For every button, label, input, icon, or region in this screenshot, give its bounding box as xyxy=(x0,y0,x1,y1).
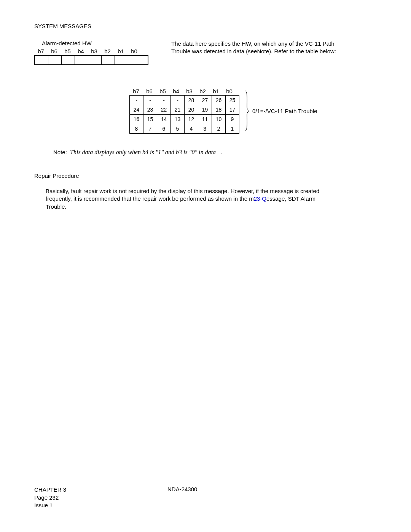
grid-cell: 19 xyxy=(198,105,212,115)
grid-bit-label: b0 xyxy=(223,88,236,95)
grid-cell: 13 xyxy=(171,115,185,124)
grid-cell: 5 xyxy=(171,124,185,134)
grid-cell: 28 xyxy=(185,96,198,105)
note-label: Note: xyxy=(53,149,67,155)
desc-line2c: ). Refer to the table below: xyxy=(269,48,336,54)
grid-cell: 1 xyxy=(226,124,239,134)
bit-label: b7 xyxy=(34,48,48,54)
bit-cell xyxy=(48,56,62,64)
brace-legend: 0/1=-/VC-11 Path Trouble xyxy=(244,90,317,132)
bit-cell xyxy=(128,56,142,64)
grid-cell: 27 xyxy=(198,96,212,105)
grid-bit-label: b1 xyxy=(209,88,223,95)
page: SYSTEM MESSAGES Alarm-detected HW b7 b6 … xyxy=(0,0,411,532)
grid-cell: 21 xyxy=(171,105,185,115)
bit-cell xyxy=(115,56,128,64)
grid-bit-label: b3 xyxy=(183,88,196,95)
grid-column: b7 b6 b5 b4 b3 b2 b1 b0 - - - - 28 27 26 xyxy=(129,88,239,134)
grid-cell: 12 xyxy=(185,115,198,124)
bit-label: b5 xyxy=(61,48,74,54)
grid-cell: 15 xyxy=(143,115,157,124)
footer-chapter: CHAPTER 3 xyxy=(34,486,167,494)
grid-cell: 22 xyxy=(157,105,171,115)
grid-cell: 8 xyxy=(130,124,143,134)
footer-page: Page 232 xyxy=(34,494,167,502)
bit-cells xyxy=(34,55,148,65)
table-row: 8 7 6 5 4 3 2 1 xyxy=(130,124,239,134)
alarm-block: Alarm-detected HW b7 b6 b5 b4 b3 b2 b1 b… xyxy=(34,40,148,65)
note-body-b: . xyxy=(221,149,222,155)
grid-cell: 24 xyxy=(130,105,143,115)
grid-cell: 16 xyxy=(130,115,143,124)
repair-line2a: frequently, it is recommended that the r… xyxy=(46,195,254,202)
grid-cell: 9 xyxy=(226,115,239,124)
bit-header-row: b7 b6 b5 b4 b3 b2 b1 b0 xyxy=(34,48,148,54)
grid-cell: 20 xyxy=(185,105,198,115)
grid-table: - - - - 28 27 26 25 24 23 22 21 20 19 18 xyxy=(129,95,239,134)
legend-text: 0/1=-/VC-11 Path Trouble xyxy=(252,108,317,114)
brace-icon xyxy=(244,90,250,132)
top-row: Alarm-detected HW b7 b6 b5 b4 b3 b2 b1 b… xyxy=(34,40,392,65)
grid-cell: 26 xyxy=(212,96,226,105)
desc-line2a: Trouble was detected in data (see xyxy=(171,48,257,54)
grid-cell: 10 xyxy=(212,115,226,124)
alarm-title: Alarm-detected HW xyxy=(42,40,148,46)
grid-bit-header: b7 b6 b5 b4 b3 b2 b1 b0 xyxy=(129,88,239,95)
grid-cell: 2 xyxy=(212,124,226,134)
bit-cell xyxy=(35,56,48,64)
repair-line2d: SDT Alarm xyxy=(288,195,315,202)
repair-line2b-link: 23-Q xyxy=(254,195,266,202)
repair-body: Basically, fault repair work is not requ… xyxy=(46,187,392,211)
repair-line2b: essage, xyxy=(266,195,287,202)
grid-bit-label: b6 xyxy=(143,88,156,95)
bit-label: b0 xyxy=(127,48,141,54)
footer-left: CHAPTER 3 Page 232 Issue 1 xyxy=(34,486,167,509)
grid-cell: - xyxy=(171,96,185,105)
bit-cell xyxy=(62,56,75,64)
bit-label: b3 xyxy=(88,48,101,54)
repair-heading: Repair Procedure xyxy=(34,173,392,179)
grid-cell: 17 xyxy=(226,105,239,115)
table-row: 24 23 22 21 20 19 18 17 xyxy=(130,105,239,115)
note: Note: This data displays only when b4 is… xyxy=(53,149,392,156)
grid-cell: - xyxy=(130,96,143,105)
grid-wrap: b7 b6 b5 b4 b3 b2 b1 b0 - - - - 28 27 26 xyxy=(129,88,392,134)
bit-label: b1 xyxy=(114,48,127,54)
bit-cell xyxy=(102,56,115,64)
desc-line2b: Note xyxy=(257,48,269,54)
grid-bit-label: b5 xyxy=(156,88,169,95)
grid-cell: 25 xyxy=(226,96,239,105)
footer-docnum: NDA-24300 xyxy=(167,486,392,492)
grid-cell: 6 xyxy=(157,124,171,134)
table-row: 16 15 14 13 12 11 10 9 xyxy=(130,115,239,124)
grid-bit-label: b7 xyxy=(129,88,143,95)
repair-line1: Basically, fault repair work is not requ… xyxy=(46,188,319,194)
grid-cell: 14 xyxy=(157,115,171,124)
grid-bit-label: b2 xyxy=(196,88,209,95)
grid-cell: 18 xyxy=(212,105,226,115)
desc-line1: The data here specifies the HW, on which… xyxy=(171,40,335,47)
bit-label: b2 xyxy=(101,48,114,54)
grid-cell: - xyxy=(157,96,171,105)
grid-cell: 11 xyxy=(198,115,212,124)
footer-issue: Issue 1 xyxy=(34,502,167,509)
bit-label: b6 xyxy=(48,48,61,54)
grid-cell: 23 xyxy=(143,105,157,115)
repair-line3: Trouble. xyxy=(46,203,66,210)
grid-bit-label: b4 xyxy=(169,88,183,95)
description-text: The data here specifies the HW, on which… xyxy=(171,40,336,56)
bit-label: b4 xyxy=(74,48,88,54)
grid-cell: - xyxy=(143,96,157,105)
note-body-a: This data displays only when b4 is "1" a… xyxy=(70,149,216,155)
table-row: - - - - 28 27 26 25 xyxy=(130,96,239,105)
bit-cell xyxy=(75,56,88,64)
bit-cell xyxy=(88,56,102,64)
grid-cell: 4 xyxy=(185,124,198,134)
page-footer: CHAPTER 3 Page 232 Issue 1 NDA-24300 xyxy=(34,486,392,509)
grid-cell: 3 xyxy=(198,124,212,134)
section-header: SYSTEM MESSAGES xyxy=(34,23,392,29)
grid-cell: 7 xyxy=(143,124,157,134)
